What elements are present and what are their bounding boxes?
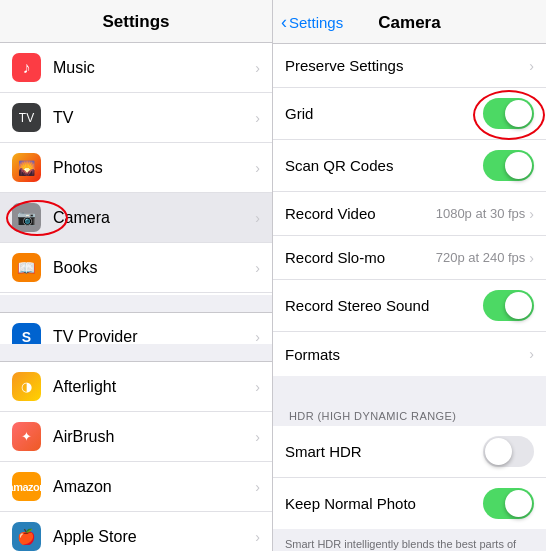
scanqr-label: Scan QR Codes <box>285 157 483 174</box>
grid-label: Grid <box>285 105 483 122</box>
sidebar-item-label: Photos <box>53 159 251 177</box>
toggle-knob <box>505 152 532 179</box>
sidebar-item-podcasts[interactable]: 🎙 Podcasts › <box>0 293 272 295</box>
chevron-icon: › <box>255 379 260 395</box>
chevron-icon: › <box>255 210 260 226</box>
chevron-icon: › <box>529 206 534 222</box>
camera-icon: 📷 <box>12 203 41 232</box>
recordstereo-toggle[interactable] <box>483 290 534 321</box>
smarthdr-toggle[interactable] <box>483 436 534 467</box>
chevron-icon: › <box>529 58 534 74</box>
list-divider-2 <box>0 344 272 362</box>
sidebar-item-applestore[interactable]: 🍎 Apple Store › <box>0 512 272 551</box>
chevron-icon: › <box>255 479 260 495</box>
books-icon: 📖 <box>12 253 41 282</box>
toggle-knob <box>505 292 532 319</box>
sidebar-item-afterlight[interactable]: ◑ Afterlight › <box>0 362 272 412</box>
right-content: Preserve Settings › Grid Scan QR Codes R… <box>273 44 546 551</box>
list-divider <box>0 295 272 313</box>
hdr-description: Smart HDR intelligently blends the best … <box>273 529 546 551</box>
main-settings-list: ♪ Music › TV TV › 🌄 Photos › 📷 Camera › … <box>0 43 272 295</box>
keepnormal-label: Keep Normal Photo <box>285 495 483 512</box>
chevron-icon: › <box>255 529 260 545</box>
toggle-knob <box>505 100 532 127</box>
chevron-icon: › <box>255 329 260 344</box>
smarthdr-label: Smart HDR <box>285 443 483 460</box>
recordslomo-value: 720p at 240 fps <box>436 250 526 265</box>
hdr-section-header: HDR (HIGH DYNAMIC RANGE) <box>273 404 546 426</box>
sidebar-item-label: TV <box>53 109 251 127</box>
left-header: Settings <box>0 0 272 43</box>
toggle-knob <box>485 438 512 465</box>
recordslomo-row[interactable]: Record Slo-mo 720p at 240 fps › <box>273 236 546 280</box>
sidebar-item-label: Books <box>53 259 251 277</box>
back-chevron-icon: ‹ <box>281 12 287 33</box>
preserve-settings-row[interactable]: Preserve Settings › <box>273 44 546 88</box>
recordstereo-label: Record Stereo Sound <box>285 297 483 314</box>
right-title: Camera <box>378 13 440 33</box>
right-header: ‹ Settings Camera <box>273 0 546 44</box>
sidebar-item-label: Apple Store <box>53 528 251 546</box>
chevron-icon: › <box>255 160 260 176</box>
smarthdr-row[interactable]: Smart HDR <box>273 426 546 478</box>
tv-provider-list: S TV Provider › <box>0 313 272 344</box>
formats-row[interactable]: Formats › <box>273 332 546 376</box>
back-button[interactable]: ‹ Settings <box>281 12 343 33</box>
recordvideo-value: 1080p at 30 fps <box>436 206 526 221</box>
hdr-section: Smart HDR Keep Normal Photo <box>273 426 546 529</box>
sidebar-item-label: Afterlight <box>53 378 251 396</box>
sidebar-item-books[interactable]: 📖 Books › <box>0 243 272 293</box>
sidebar-item-label: TV Provider <box>53 328 251 344</box>
formats-label: Formats <box>285 346 529 363</box>
recordvideo-label: Record Video <box>285 205 436 222</box>
apps-list: ◑ Afterlight › ✦ AirBrush › amazon Amazo… <box>0 362 272 551</box>
left-panel: Settings ♪ Music › TV TV › 🌄 Photos › 📷 … <box>0 0 273 551</box>
sidebar-item-label: Camera <box>53 209 251 227</box>
section-divider <box>273 376 546 404</box>
sidebar-item-photos[interactable]: 🌄 Photos › <box>0 143 272 193</box>
chevron-icon: › <box>255 260 260 276</box>
music-icon: ♪ <box>12 53 41 82</box>
recordstereo-row[interactable]: Record Stereo Sound <box>273 280 546 332</box>
sidebar-item-label: Music <box>53 59 251 77</box>
photos-icon: 🌄 <box>12 153 41 182</box>
sidebar-item-tv[interactable]: TV TV › <box>0 93 272 143</box>
back-label: Settings <box>289 14 343 31</box>
chevron-icon: › <box>255 429 260 445</box>
grid-row[interactable]: Grid <box>273 88 546 140</box>
tv-icon: TV <box>12 103 41 132</box>
main-section: Preserve Settings › Grid Scan QR Codes R… <box>273 44 546 376</box>
afterlight-icon: ◑ <box>12 372 41 401</box>
sidebar-item-camera[interactable]: 📷 Camera › <box>0 193 272 243</box>
keepnormal-row[interactable]: Keep Normal Photo <box>273 478 546 529</box>
sidebar-item-music[interactable]: ♪ Music › <box>0 43 272 93</box>
chevron-icon: › <box>255 110 260 126</box>
toggle-knob <box>505 490 532 517</box>
recordvideo-row[interactable]: Record Video 1080p at 30 fps › <box>273 192 546 236</box>
chevron-icon: › <box>529 346 534 362</box>
chevron-icon: › <box>255 60 260 76</box>
keepnormal-toggle[interactable] <box>483 488 534 519</box>
sidebar-item-airbrush[interactable]: ✦ AirBrush › <box>0 412 272 462</box>
tvprovider-icon: S <box>12 323 41 344</box>
sidebar-item-amazon[interactable]: amazon Amazon › <box>0 462 272 512</box>
right-panel: ‹ Settings Camera Preserve Settings › Gr… <box>273 0 546 551</box>
scanqr-toggle[interactable] <box>483 150 534 181</box>
chevron-icon: › <box>529 250 534 266</box>
sidebar-item-tvprovider[interactable]: S TV Provider › <box>0 313 272 344</box>
scanqr-row[interactable]: Scan QR Codes <box>273 140 546 192</box>
applestore-icon: 🍎 <box>12 522 41 551</box>
recordslomo-label: Record Slo-mo <box>285 249 436 266</box>
amazon-icon: amazon <box>12 472 41 501</box>
grid-toggle[interactable] <box>483 98 534 129</box>
sidebar-item-label: AirBrush <box>53 428 251 446</box>
airbrush-icon: ✦ <box>12 422 41 451</box>
sidebar-item-label: Amazon <box>53 478 251 496</box>
preserve-settings-label: Preserve Settings <box>285 57 529 74</box>
